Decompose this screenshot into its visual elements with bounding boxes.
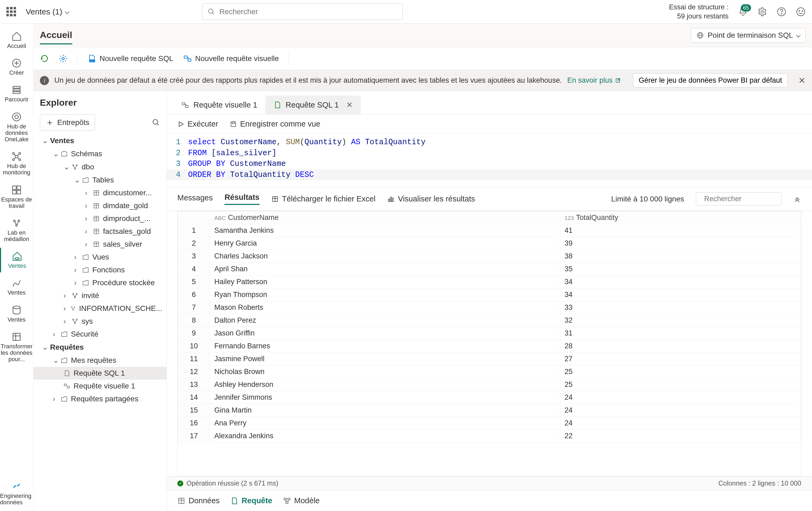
tree-table-dimproduct[interactable]: ›dimproduct_... — [33, 212, 167, 225]
nav-medallion-lab[interactable]: Lab en médaillon — [0, 215, 33, 246]
table-row[interactable]: 9Jason Griffin31 — [178, 327, 801, 340]
visualize-label: Visualiser les résultats — [398, 195, 475, 203]
svg-point-20 — [19, 159, 21, 161]
view-query-tab[interactable]: Requête — [230, 494, 272, 507]
svg-line-84 — [73, 320, 75, 323]
table-row[interactable]: 5Hailey Patterson34 — [178, 276, 801, 288]
nav-ventes-report[interactable]: Ventes — [0, 275, 33, 299]
tree-table-factsales[interactable]: ›factsales_gold — [33, 225, 167, 238]
table-row[interactable]: 1Samantha Jenkins41 — [178, 224, 801, 237]
new-sql-query-button[interactable]: SQL Nouvelle requête SQL — [87, 54, 173, 63]
view-model-tab[interactable]: Modèle — [283, 494, 320, 507]
learn-more-link[interactable]: En savoir plus — [567, 76, 621, 85]
save-as-view-button[interactable]: Enregistrer comme vue — [230, 120, 320, 129]
new-visual-query-button[interactable]: Nouvelle requête visuelle — [183, 54, 279, 63]
feedback-button[interactable] — [796, 7, 806, 17]
row-limit-info: Limité à 10 000 lignes — [611, 195, 684, 203]
sql-endpoint-dropdown[interactable]: Point de terminaison SQL — [691, 28, 806, 42]
explorer-title: Explorer — [40, 97, 77, 108]
table-row[interactable]: 15Gina Martin24 — [178, 404, 801, 417]
results-search[interactable] — [696, 192, 782, 205]
table-row[interactable]: 14Jennifer Simmons24 — [178, 391, 801, 404]
table-row[interactable]: 13Ashley Henderson25 — [178, 378, 801, 391]
sql-editor[interactable]: 1select CustomerName, SUM(Quantity) AS T… — [167, 134, 812, 187]
tree-schema-guest[interactable]: ›invité — [33, 289, 167, 302]
table-row[interactable]: 8Dalton Perez32 — [178, 314, 801, 327]
tree-sql-query-1[interactable]: Requête SQL 1 — [33, 367, 167, 380]
notifications-button[interactable]: 65 — [738, 7, 748, 17]
new-sql-query-label: Nouvelle requête SQL — [99, 54, 173, 63]
tab-visual-query-1[interactable]: Requête visuelle 1 — [173, 96, 265, 114]
table-row[interactable]: 11Jasmine Powell27 — [178, 352, 801, 366]
add-warehouse-button[interactable]: ＋ Entrepôts — [40, 114, 95, 131]
svg-text:SQL: SQL — [90, 59, 95, 61]
settings-gear-button[interactable] — [59, 54, 68, 63]
table-row[interactable]: 16Ana Perry24 — [178, 417, 801, 430]
help-button[interactable] — [777, 7, 786, 17]
results-search-input[interactable] — [704, 195, 794, 203]
table-row[interactable]: 12Nicholas Brown25 — [178, 366, 801, 378]
nav-workspaces-label: Espaces de travail — [1, 196, 32, 209]
app-launcher-icon[interactable] — [6, 7, 16, 17]
svg-rect-28 — [17, 190, 21, 194]
table-row[interactable]: 3Charles Jackson38 — [178, 250, 801, 263]
tab-sql-query-1[interactable]: Requête SQL 1 ✕ — [265, 95, 361, 114]
nav-create[interactable]: Créer — [0, 55, 33, 79]
tree-shared-queries[interactable]: ›Requêtes partagées — [33, 393, 167, 405]
svg-line-55 — [75, 166, 77, 168]
tree-table-sales-silver[interactable]: ›sales_silver — [33, 238, 167, 251]
results-grid[interactable]: ABCCustomerName 123TotalQuantity 1Samant… — [177, 211, 801, 476]
tree-queries[interactable]: ⌄Requêtes — [33, 341, 167, 354]
svg-rect-36 — [13, 333, 20, 340]
svg-point-49 — [153, 120, 158, 124]
close-tab-button[interactable]: ✕ — [346, 100, 353, 109]
visualize-results-button[interactable]: Visualiser les résultats — [387, 195, 475, 203]
download-excel-button[interactable]: Télécharger le fichier Excel — [271, 195, 376, 203]
messages-tab[interactable]: Messages — [177, 193, 213, 204]
explorer-search-icon[interactable] — [152, 118, 160, 126]
dismiss-banner-button[interactable]: ✕ — [799, 76, 806, 86]
tree-table-dimdate[interactable]: ›dimdate_gold — [33, 199, 167, 212]
table-row[interactable]: 6Ryan Thompson34 — [178, 288, 801, 301]
nav-monitoring-hub[interactable]: Hub de monitoring — [0, 148, 33, 179]
settings-button[interactable] — [757, 7, 767, 17]
view-data-tab[interactable]: Données — [177, 494, 220, 507]
table-row[interactable]: 4April Shan35 — [178, 263, 801, 276]
tree-warehouse-ventes[interactable]: ⌄Ventes — [33, 134, 167, 147]
nav-ventes-lakehouse[interactable]: Ventes — [0, 248, 33, 272]
tree-schema-dbo[interactable]: ⌄dbo — [33, 160, 167, 173]
manage-dataset-button[interactable]: Gérer le jeu de données Power BI par déf… — [633, 73, 788, 87]
tree-my-queries[interactable]: ⌄Mes requêtes — [33, 354, 167, 367]
nav-browse[interactable]: Parcourir — [0, 81, 33, 106]
persona-switcher[interactable]: Engineering données — [0, 481, 33, 506]
trial-status: Essai de structure : 59 jours restants — [669, 3, 728, 21]
table-row[interactable]: 7Mason Roberts33 — [178, 301, 801, 314]
search-input[interactable] — [220, 7, 397, 16]
nav-transform-data[interactable]: Transformer les données pour... — [0, 328, 33, 366]
tree-functions[interactable]: ›Fonctions — [33, 263, 167, 276]
tree-views[interactable]: ›Vues — [33, 251, 167, 263]
table-row[interactable]: 10Fernando Barnes28 — [178, 340, 801, 352]
nav-onelake-hub[interactable]: Hub de données OneLake — [0, 108, 33, 146]
tree-table-dimcustomer[interactable]: ›dimcustomer... — [33, 187, 167, 199]
run-button[interactable]: Exécuter — [177, 120, 218, 129]
table-row[interactable]: 2Henry Garcia39 — [178, 237, 801, 250]
tree-schema-sys[interactable]: ›sys — [33, 315, 167, 328]
tree-schema-information-schema[interactable]: ›INFORMATION_SCHE... — [33, 302, 167, 315]
workspace-dropdown[interactable]: Ventes (1) — [26, 7, 69, 16]
table-row[interactable]: 17Alexandra Jenkins22 — [178, 430, 801, 443]
nav-workspaces[interactable]: Espaces de travail — [0, 181, 33, 212]
tree-schemas[interactable]: ⌄Schémas — [33, 147, 167, 160]
tree-tables[interactable]: ⌄Tables — [33, 173, 167, 187]
results-tab[interactable]: Résultats — [225, 193, 260, 205]
svg-point-0 — [208, 9, 213, 13]
refresh-button[interactable] — [40, 54, 49, 63]
tree-security[interactable]: ›Sécurité — [33, 328, 167, 341]
nav-ventes-dataset[interactable]: Ventes — [0, 302, 33, 326]
expand-results-icon[interactable] — [793, 195, 801, 203]
nav-home[interactable]: Accueil — [0, 28, 33, 52]
tree-visual-query-1[interactable]: Requête visuelle 1 — [33, 380, 167, 393]
global-search[interactable] — [202, 3, 403, 20]
tree-stored-procedures[interactable]: ›Procédure stockée — [33, 276, 167, 289]
svg-line-24 — [18, 157, 19, 159]
